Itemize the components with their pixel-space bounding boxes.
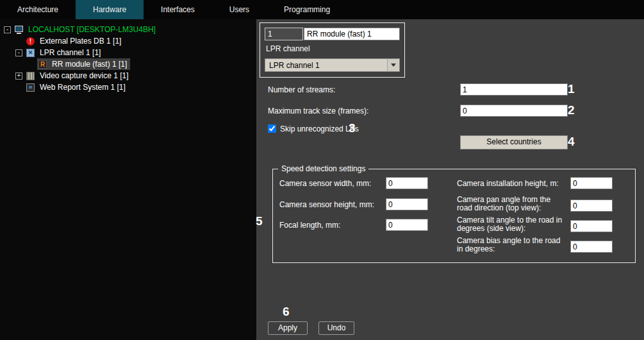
selected-tree-item[interactable]: R RR module (fast) 1 [1] (38, 59, 129, 69)
tree-item-localhost[interactable]: LOCALHOST [DESKTOP-LM3U4BH] (26, 24, 158, 35)
camera-installation-height-input[interactable] (570, 177, 613, 189)
annotation-5: 5 (256, 214, 263, 228)
lpr-channel-label: LPR channel (266, 44, 310, 53)
number-of-streams-label: Number of streams: (268, 85, 335, 94)
tab-users[interactable]: Users (212, 0, 267, 19)
computer-icon (15, 26, 23, 34)
camera-bias-angle-label: Camera bias angle to the road in degrees… (457, 237, 567, 253)
collapse-icon[interactable]: - (4, 26, 11, 33)
lpr-channel-icon: ✕ (26, 49, 35, 57)
camera-pan-angle-label: Camera pan angle from the road direction… (457, 196, 567, 212)
camera-sensor-height-input[interactable] (386, 198, 428, 210)
camera-sensor-height-label: Camera sensor height, mm: (279, 201, 374, 209)
max-track-size-label: Maximum track size (frames): (268, 106, 368, 115)
object-id-field[interactable] (265, 28, 303, 40)
object-name-field[interactable] (304, 28, 400, 40)
camera-sensor-width-input[interactable] (386, 177, 428, 189)
annotation-2: 2 (568, 103, 575, 117)
app-window: Architecture Hardware Interfaces Users P… (0, 0, 644, 340)
collapse-icon[interactable]: - (15, 49, 22, 56)
tree-item-rr-module[interactable]: RR module (fast) 1 [1] (50, 59, 129, 69)
camera-tilt-angle-input[interactable] (570, 220, 613, 232)
speed-detection-title: Speed detection settings (278, 164, 368, 173)
skip-unrecognized-label: Skip unrecognized LPs (280, 124, 359, 133)
annotation-3: 3 (349, 121, 356, 135)
tab-interfaces[interactable]: Interfaces (144, 0, 212, 19)
tree-row: - LOCALHOST [DESKTOP-LM3U4BH] (0, 24, 256, 35)
camera-tilt-angle-label: Camera tilt angle to the road in degrees… (457, 216, 567, 233)
skip-unrecognized-checkbox[interactable] (268, 124, 276, 133)
camera-installation-height-label: Camera installation height, m: (457, 180, 567, 188)
tab-programming[interactable]: Programming (267, 0, 347, 19)
tree-row: ! External Plates DB 1 [1] (0, 35, 256, 47)
tab-architecture[interactable]: Architecture (0, 0, 76, 19)
undo-button[interactable]: Undo (318, 321, 354, 335)
object-header-box: LPR channel LPR channel 1 (260, 22, 405, 78)
apply-button[interactable]: Apply (268, 321, 308, 335)
tree-row: - ✕ LPR channel 1 [1] (0, 47, 256, 58)
annotation-4: 4 (568, 135, 575, 149)
top-nav: Architecture Hardware Interfaces Users P… (0, 0, 644, 19)
camera-pan-angle-input[interactable] (570, 200, 613, 212)
alert-icon: ! (26, 37, 35, 46)
tree-row: R RR module (fast) 1 [1] (0, 58, 256, 70)
tree-item-external-plates-db[interactable]: External Plates DB 1 [1] (38, 36, 123, 46)
tree-item-lpr-channel[interactable]: LPR channel 1 [1] (38, 47, 103, 58)
tree-row: + Video capture device 1 [1] (0, 70, 256, 81)
chevron-down-icon[interactable] (387, 59, 399, 71)
web-report-system-icon (26, 83, 35, 92)
tree-item-web-report-system[interactable]: Web Report System 1 [1] (38, 82, 128, 92)
expand-icon[interactable]: + (15, 72, 22, 80)
max-track-size-input[interactable] (460, 105, 568, 117)
annotation-1: 1 (568, 82, 575, 96)
tab-hardware[interactable]: Hardware (76, 0, 144, 19)
focal-length-input[interactable] (386, 219, 428, 231)
lpr-channel-dropdown-value: LPR channel 1 (269, 61, 320, 70)
speed-detection-groupbox: Speed detection settings Camera sensor w… (272, 169, 636, 263)
camera-sensor-width-label: Camera sensor width, mm: (279, 180, 371, 188)
lpr-channel-dropdown[interactable]: LPR channel 1 (265, 58, 400, 72)
rr-module-icon: R (38, 60, 47, 69)
annotation-6: 6 (283, 305, 290, 319)
tree-row: Web Report System 1 [1] (0, 81, 256, 93)
number-of-streams-input[interactable] (460, 83, 568, 96)
hardware-tree: - LOCALHOST [DESKTOP-LM3U4BH] ! External… (0, 19, 256, 340)
camera-bias-angle-input[interactable] (570, 241, 613, 253)
select-countries-button[interactable]: Select countries (460, 135, 568, 149)
tree-item-video-capture-device[interactable]: Video capture device 1 [1] (38, 71, 131, 81)
video-capture-device-icon (26, 72, 35, 80)
focal-length-label: Focal length, mm: (279, 221, 340, 230)
